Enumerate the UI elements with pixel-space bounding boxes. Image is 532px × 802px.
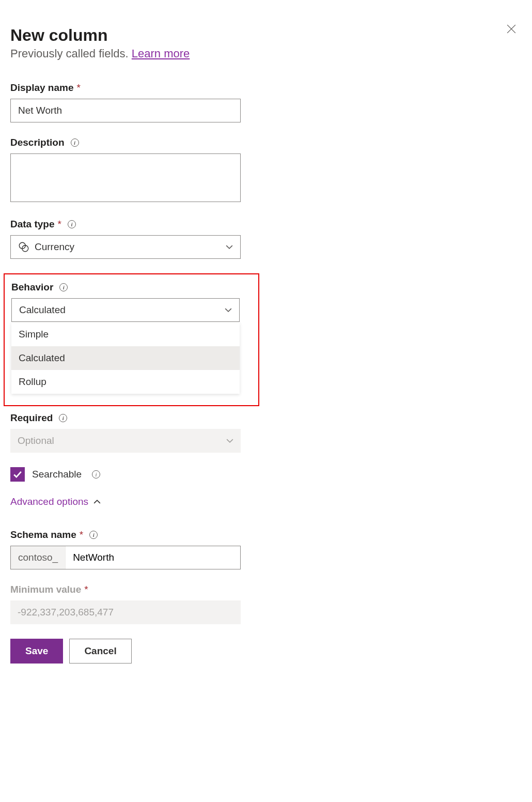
required-asterisk: * bbox=[80, 529, 83, 541]
advanced-options-label: Advanced options bbox=[10, 496, 88, 507]
info-icon[interactable]: i bbox=[92, 470, 100, 479]
required-asterisk: * bbox=[77, 82, 81, 94]
info-icon[interactable]: i bbox=[89, 531, 98, 539]
schema-name-label: Schema name * i bbox=[10, 529, 241, 541]
required-label: Required i bbox=[10, 412, 241, 424]
checkmark-icon bbox=[13, 470, 22, 479]
required-select: Optional bbox=[10, 429, 241, 453]
behavior-option-calculated[interactable]: Calculated bbox=[11, 346, 240, 370]
page-subtitle: Previously called fields. Learn more bbox=[10, 47, 522, 60]
advanced-options-toggle[interactable]: Advanced options bbox=[10, 496, 241, 507]
data-type-value: Currency bbox=[35, 241, 74, 253]
description-label: Description i bbox=[10, 137, 241, 148]
behavior-value: Calculated bbox=[19, 304, 66, 316]
chevron-down-icon bbox=[226, 437, 233, 444]
info-icon[interactable]: i bbox=[71, 138, 79, 147]
minimum-value-label: Minimum value * bbox=[10, 584, 241, 595]
data-type-label: Data type * i bbox=[10, 219, 241, 230]
currency-icon bbox=[18, 241, 29, 253]
minimum-value-text: -922,337,203,685,477 bbox=[18, 607, 114, 618]
searchable-checkbox[interactable] bbox=[10, 467, 25, 482]
minimum-value-field: -922,337,203,685,477 bbox=[10, 600, 241, 624]
info-icon[interactable]: i bbox=[59, 283, 68, 291]
close-icon bbox=[507, 24, 516, 34]
chevron-down-icon bbox=[226, 243, 233, 251]
behavior-select[interactable]: Calculated bbox=[11, 298, 240, 322]
chevron-down-icon bbox=[225, 306, 232, 314]
behavior-dropdown: Simple Calculated Rollup bbox=[11, 322, 240, 394]
display-name-input[interactable] bbox=[10, 99, 241, 122]
behavior-label: Behavior i bbox=[11, 282, 240, 293]
cancel-button[interactable]: Cancel bbox=[69, 639, 131, 664]
required-value: Optional bbox=[18, 435, 54, 446]
save-button[interactable]: Save bbox=[10, 639, 63, 664]
close-button[interactable] bbox=[504, 22, 519, 36]
behavior-option-rollup[interactable]: Rollup bbox=[11, 370, 240, 394]
description-input[interactable] bbox=[10, 153, 241, 202]
searchable-label: Searchable bbox=[32, 469, 82, 480]
behavior-option-simple[interactable]: Simple bbox=[11, 322, 240, 346]
page-title: New column bbox=[10, 26, 522, 45]
chevron-up-icon bbox=[93, 498, 101, 505]
display-name-label: Display name * bbox=[10, 82, 241, 94]
learn-more-link[interactable]: Learn more bbox=[132, 47, 190, 60]
behavior-highlight: Behavior i Calculated Simple Calculated … bbox=[4, 273, 259, 406]
required-asterisk: * bbox=[58, 219, 61, 230]
required-asterisk: * bbox=[84, 584, 88, 595]
info-icon[interactable]: i bbox=[59, 414, 67, 422]
schema-name-input[interactable] bbox=[66, 546, 240, 569]
data-type-select[interactable]: Currency bbox=[10, 235, 241, 259]
subtitle-text: Previously called fields. bbox=[10, 47, 129, 60]
schema-name-prefix: contoso_ bbox=[11, 546, 66, 569]
info-icon[interactable]: i bbox=[68, 220, 76, 228]
